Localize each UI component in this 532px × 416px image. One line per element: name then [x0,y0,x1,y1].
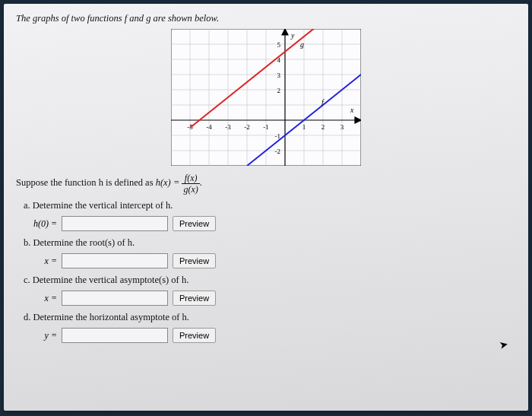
preview-button-d[interactable]: Preview [173,328,216,343]
intro-text: The graphs of two functions f and g are … [16,13,516,24]
question-c: c. Determine the vertical asymptote(s) o… [24,275,516,286]
input-c[interactable] [62,291,168,306]
label-a: h(0) = [30,218,57,230]
fraction: f(x) g(x) [182,173,199,194]
definition-lhs: h(x) = [156,177,182,188]
label-d: y = [30,330,57,341]
row-c: x = Preview [30,291,516,306]
chart-container: -5-4-3 -2-1 123 -2-1 23 45 y x g f [16,29,516,166]
definition-prefix: Suppose the function h is defined as [16,177,156,188]
svg-text:3: 3 [277,71,281,79]
input-d[interactable] [62,328,168,343]
question-d: d. Determine the horizontal asymptote of… [24,312,516,323]
svg-text:2: 2 [277,87,281,94]
function-graph: -5-4-3 -2-1 123 -2-1 23 45 y x g f [171,29,361,166]
label-g: g [300,40,304,49]
question-b: b. Determine the root(s) of h. [24,237,516,249]
svg-text:1: 1 [302,123,306,131]
svg-text:2: 2 [321,123,325,131]
svg-text:5: 5 [277,41,281,49]
svg-text:-2: -2 [275,148,281,155]
svg-text:-4: -4 [206,123,212,131]
fraction-top: f(x) [182,173,199,184]
preview-button-b[interactable]: Preview [173,253,216,268]
h-definition: Suppose the function h is defined as h(x… [16,173,516,194]
question-a: a. Determine the vertical intercept of h… [24,200,516,211]
problem-page: The graphs of two functions f and g are … [4,4,528,411]
svg-text:-2: -2 [244,123,250,131]
preview-button-c[interactable]: Preview [173,291,216,306]
row-b: x = Preview [30,253,516,268]
y-axis-label: y [290,31,295,40]
preview-button-a[interactable]: Preview [173,216,216,231]
row-d: y = Preview [30,328,516,343]
input-b[interactable] [62,253,168,268]
label-c: x = [30,293,57,304]
svg-text:-1: -1 [263,123,269,131]
svg-text:-3: -3 [225,123,231,131]
input-a[interactable] [62,216,168,231]
label-b: x = [30,256,57,267]
row-a: h(0) = Preview [30,216,516,231]
x-axis-label: x [350,106,354,114]
fraction-bot: g(x) [182,184,199,194]
svg-text:3: 3 [340,123,344,131]
definition-period: . [200,177,202,188]
